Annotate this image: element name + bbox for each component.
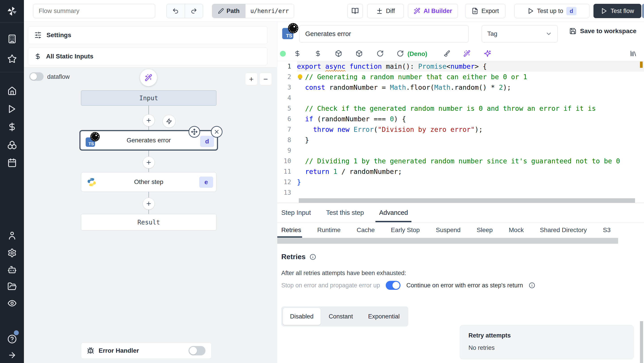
code-line-1[interactable]: 1export async function main(): Promise<n… [277,61,644,72]
bug-icon [87,347,94,354]
move-step-button[interactable] [188,126,200,138]
line-number: 2 [277,73,297,81]
ai-builder-button[interactable]: AI Builder [408,4,458,18]
all-static-inputs-card[interactable]: All Static Inputs [28,48,268,65]
deno-runtime-label[interactable]: (Deno) [408,50,427,58]
format-brush-icon[interactable] [442,49,451,58]
test-flow-button[interactable]: Test flow [594,4,641,18]
info-icon[interactable] [310,254,316,260]
tab-step-input[interactable]: Step Input [281,203,311,222]
add-step-button[interactable] [143,156,155,169]
info-icon[interactable] [529,282,535,288]
settings-gear-icon[interactable] [0,245,24,261]
subtab-shared-directory[interactable]: Shared Directory [540,222,587,238]
code-line-5[interactable]: 5 // Check if the generated random numbe… [277,103,644,114]
flow-settings-card[interactable]: Settings [28,26,268,44]
status-dot [280,51,286,57]
windmill-logo-icon[interactable] [0,3,24,19]
variables-dollar-icon[interactable] [0,119,24,135]
docs-button[interactable] [347,4,363,18]
help-icon[interactable] [0,331,24,347]
runs-play-icon[interactable] [0,101,24,117]
workers-bot-icon[interactable] [0,262,24,277]
error-handler-card[interactable]: Error Handler [81,343,212,359]
flow-node-result[interactable]: Result [81,214,216,230]
subtab-sleep[interactable]: Sleep [477,222,493,238]
retry-mode-constant[interactable]: Constant [322,308,360,325]
zoom-in-button[interactable]: + [245,73,258,85]
home-icon[interactable] [0,83,24,99]
subtab-retries[interactable]: Retries [281,222,301,238]
diff-button[interactable]: Diff [367,4,404,18]
partial-button-sliver[interactable] [642,4,644,18]
code-line-8[interactable]: 8 } [277,135,644,145]
code-line-9[interactable]: 9 [277,145,644,156]
panel-vertical-scrollbar[interactable] [640,321,643,363]
step-name-input[interactable] [299,25,469,43]
reload-icon[interactable] [376,49,384,58]
flow-ai-wand-button[interactable] [140,69,157,86]
tab-advanced[interactable]: Advanced [379,203,408,222]
zoom-out-button[interactable]: − [260,73,272,85]
user-icon[interactable] [0,228,24,243]
schedules-calendar-icon[interactable] [0,155,24,171]
resources-dollar-icon[interactable] [314,49,322,58]
code-editor[interactable]: 1export async function main(): Promise<n… [277,61,644,203]
tag-select[interactable]: Tag [482,25,558,43]
package-icon[interactable] [334,49,343,58]
sparkles-icon[interactable] [483,49,492,58]
subtab-cache[interactable]: Cache [357,222,375,238]
code-line-13[interactable]: 13 [277,187,644,198]
code-line-12[interactable]: 12} [277,177,644,187]
path-value[interactable]: u/henri/err [246,4,294,18]
code-line-3[interactable]: 3 const randomNumber = Math.floor(Math.r… [277,82,644,93]
library-icon[interactable] [629,49,638,58]
code-line-7[interactable]: 7 throw new Error("Division by zero erro… [277,124,644,135]
subtabs-horizontal-scrollbar[interactable] [277,238,618,244]
add-step-button[interactable] [143,198,155,210]
export-button[interactable]: Export [465,4,505,18]
workspace-building-icon[interactable] [0,31,24,47]
save-to-workspace-label: Save to workspace [580,28,636,35]
folders-icon[interactable] [0,279,24,294]
chevron-down-icon [546,31,552,37]
path-chip: Path u/henri/err [212,4,294,18]
resources-boxes-icon[interactable] [0,137,24,153]
variables-dollar-icon[interactable] [293,49,302,58]
editor-horizontal-scrollbar[interactable] [299,198,635,203]
save-to-workspace-button[interactable]: Save to workspace [569,28,636,35]
dataflow-toggle[interactable] [29,72,44,81]
test-up-to-button[interactable]: Test up to d [514,4,590,18]
audit-eye-icon[interactable] [0,295,24,311]
flow-summary-input[interactable] [33,4,155,18]
favorites-star-icon[interactable] [0,51,24,67]
code-line-4[interactable]: 4 [277,93,644,103]
expand-sidebar-arrow-icon[interactable] [0,347,24,363]
reload-runtime-icon[interactable] [396,49,405,58]
subtab-suspend[interactable]: Suspend [436,222,461,238]
subtab-s3[interactable]: S3 [603,222,610,238]
subtab-runtime[interactable]: Runtime [317,222,340,238]
undo-button[interactable] [166,4,185,18]
package-icon[interactable] [355,49,364,58]
code-line-6[interactable]: 6 if (randomNumber === 0) { [277,114,644,124]
subtab-mock[interactable]: Mock [509,222,524,238]
edit-path-button[interactable]: Path [212,4,246,18]
code-line-11[interactable]: 11 return 1 / randomNumber; [277,166,644,177]
ai-wand-icon[interactable] [462,49,471,58]
continue-on-error-toggle[interactable] [386,281,400,290]
add-trigger-button[interactable] [162,115,176,128]
flow-node-other-step[interactable]: Other step e [81,172,216,192]
add-step-button[interactable] [143,114,155,126]
retry-mode-exponential[interactable]: Exponential [361,308,407,325]
tab-test-this-step[interactable]: Test this step [326,203,364,222]
redo-button[interactable] [185,4,203,18]
error-handler-toggle[interactable] [188,346,206,355]
code-line-2[interactable]: 2 // Generating a random number that can… [277,72,644,82]
code-line-10[interactable]: 10 // Dividing 1 by the generated random… [277,156,644,166]
flow-node-input[interactable]: Input [81,90,216,106]
delete-step-button[interactable] [211,126,222,138]
subtab-early-stop[interactable]: Early Stop [391,222,420,238]
lightbulb-icon[interactable] [298,74,302,79]
retry-mode-disabled[interactable]: Disabled [283,308,321,325]
